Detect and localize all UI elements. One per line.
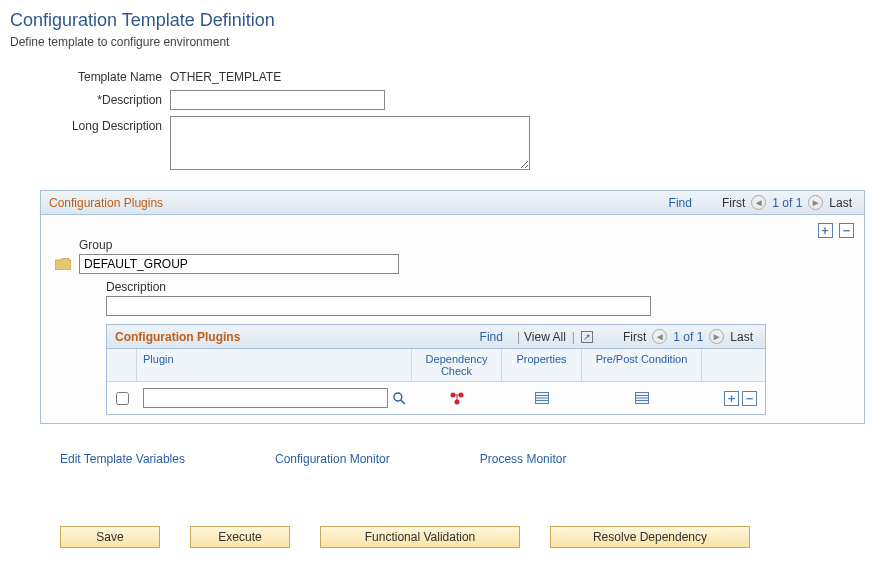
resolve-dependency-button[interactable]: Resolve Dependency [550, 526, 750, 548]
outer-prev-button[interactable]: ◄ [751, 195, 766, 210]
inner-delete-row-button[interactable]: − [742, 391, 757, 406]
prepost-icon[interactable] [635, 392, 649, 404]
outer-find-link[interactable]: Find [669, 196, 692, 210]
inner-last-label[interactable]: Last [730, 330, 753, 344]
template-name-value: OTHER_TEMPLATE [170, 67, 281, 84]
outer-panel-title: Configuration Plugins [49, 196, 163, 210]
inner-panel-header: Configuration Plugins Find | View All | … [107, 325, 765, 349]
inner-prev-button[interactable]: ◄ [652, 329, 667, 344]
functional-validation-button[interactable]: Functional Validation [320, 526, 520, 548]
group-description-label: Description [106, 280, 854, 294]
inner-plugins-panel: Configuration Plugins Find | View All | … [106, 324, 766, 415]
outer-add-row-button[interactable]: + [818, 223, 833, 238]
plugin-input[interactable] [143, 388, 388, 408]
configuration-monitor-link[interactable]: Configuration Monitor [275, 452, 390, 466]
outer-first-label[interactable]: First [722, 196, 745, 210]
outer-next-button[interactable]: ► [808, 195, 823, 210]
save-button[interactable]: Save [60, 526, 160, 548]
inner-column-header-row: Plugin Dependency Check Properties Pre/P… [107, 349, 765, 382]
inner-find-link[interactable]: Find [480, 330, 503, 344]
col-dependency[interactable]: Dependency Check [412, 349, 502, 381]
inner-viewall-link[interactable]: View All [524, 330, 566, 344]
col-prepost[interactable]: Pre/Post Condition [582, 349, 702, 381]
popout-icon[interactable]: ↗ [581, 331, 593, 343]
table-row: + − [107, 382, 765, 414]
folder-icon [55, 258, 71, 270]
description-input[interactable] [170, 90, 385, 110]
configuration-plugins-panel: Configuration Plugins Find First ◄ 1 of … [40, 190, 865, 424]
group-description-input[interactable] [106, 296, 651, 316]
long-description-label: Long Description [10, 116, 170, 133]
inner-next-button[interactable]: ► [709, 329, 724, 344]
dependency-check-icon[interactable] [449, 391, 465, 405]
outer-panel-header: Configuration Plugins Find First ◄ 1 of … [41, 191, 864, 215]
template-name-label: Template Name [10, 67, 170, 84]
process-monitor-link[interactable]: Process Monitor [480, 452, 567, 466]
page-subtitle: Define template to configure environment [10, 35, 860, 49]
svg-line-1 [401, 400, 405, 404]
execute-button[interactable]: Execute [190, 526, 290, 548]
edit-template-variables-link[interactable]: Edit Template Variables [60, 452, 185, 466]
lookup-icon[interactable] [392, 391, 406, 405]
outer-delete-row-button[interactable]: − [839, 223, 854, 238]
long-description-input[interactable] [170, 116, 530, 170]
svg-point-0 [394, 393, 402, 401]
inner-counter: 1 of 1 [673, 330, 703, 344]
outer-counter: 1 of 1 [772, 196, 802, 210]
col-properties[interactable]: Properties [502, 349, 582, 381]
properties-icon[interactable] [535, 392, 549, 404]
group-label: Group [79, 238, 854, 252]
col-plugin[interactable]: Plugin [137, 349, 412, 381]
inner-first-label[interactable]: First [623, 330, 646, 344]
inner-add-row-button[interactable]: + [724, 391, 739, 406]
group-input[interactable] [79, 254, 399, 274]
outer-last-label[interactable]: Last [829, 196, 852, 210]
row-checkbox[interactable] [116, 392, 129, 405]
page-title: Configuration Template Definition [10, 10, 860, 31]
inner-panel-title: Configuration Plugins [115, 330, 240, 344]
description-label: *Description [10, 90, 170, 107]
